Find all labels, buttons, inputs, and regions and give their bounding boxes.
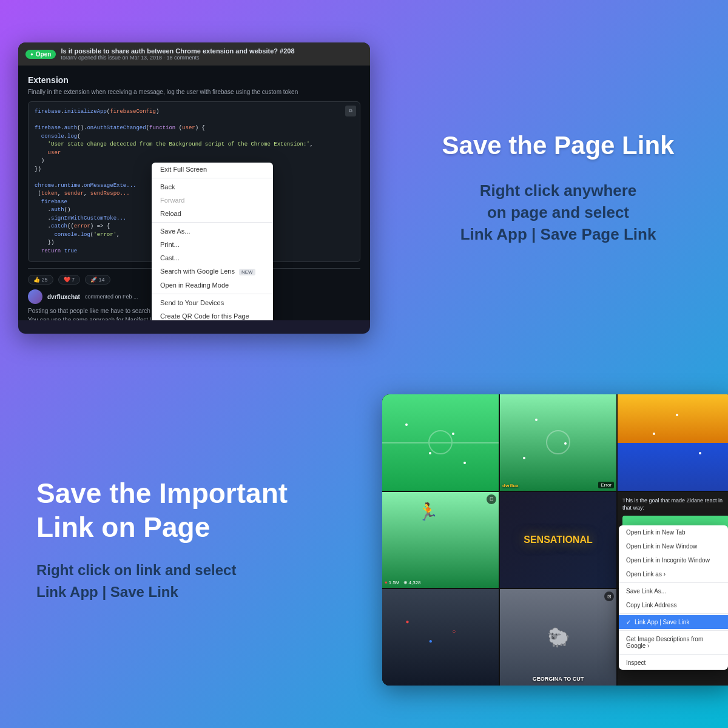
yt-ctx-copy-link[interactable]: Copy Link Address bbox=[619, 598, 728, 612]
sensational-text: SENSATIONAL bbox=[524, 534, 592, 545]
thumb-2-label: dvrflux bbox=[502, 483, 519, 488]
comment-time: commented on Feb ... bbox=[85, 294, 138, 300]
extension-title: Extension bbox=[28, 75, 360, 85]
extension-desc: Finally in the extension when receiving … bbox=[28, 89, 360, 95]
instruction-link-app: Link App | Save Link bbox=[36, 584, 178, 600]
video-thumb-3[interactable] bbox=[618, 394, 728, 491]
ctx-forward[interactable]: Forward bbox=[152, 194, 273, 207]
video-thumb-2[interactable]: dvrflux Error bbox=[500, 394, 616, 491]
youtube-context-menu: Open Link in New Tab Open Link in New Wi… bbox=[619, 525, 728, 670]
ctx-back[interactable]: Back bbox=[152, 180, 273, 194]
instruction-line2: on page and select bbox=[487, 203, 629, 221]
georgina-label: GEORGINA TO CUT bbox=[533, 676, 584, 682]
reaction-heart[interactable]: ❤️ 7 bbox=[58, 275, 81, 285]
stat-views: ⊕ 4,328 bbox=[403, 580, 421, 585]
heading-line1: Save the Important bbox=[36, 477, 288, 509]
browser-bar: Open Is it possible to share auth betwee… bbox=[18, 42, 370, 66]
ctx-qr-code[interactable]: Create QR Code for this Page bbox=[152, 309, 273, 320]
ctx-save-as[interactable]: Save As... bbox=[152, 224, 273, 238]
save-link-instructions: Right click on link and select Link App … bbox=[36, 559, 236, 603]
yt-ctx-sep-1 bbox=[619, 582, 728, 583]
reaction-rocket[interactable]: 🚀 14 bbox=[85, 275, 110, 285]
ctx-reading-mode[interactable]: Open in Reading Mode bbox=[152, 278, 273, 292]
instruction-line1: Right click anywhere bbox=[480, 181, 637, 200]
video-thumb-1[interactable] bbox=[382, 394, 499, 491]
stats-bar: ♥ 1.5M ⊕ 4,328 bbox=[385, 580, 421, 585]
yt-ctx-image-descriptions[interactable]: Get Image Descriptions from Google bbox=[619, 632, 728, 653]
error-label: Error bbox=[598, 482, 614, 488]
video-thumb-georgina[interactable]: ⊡ 🐑 GEORGINA TO CUT bbox=[500, 589, 616, 686]
ctx-send-devices[interactable]: Send to Your Devices bbox=[152, 296, 273, 309]
ctx-exit-fullscreen[interactable]: Exit Full Screen bbox=[152, 163, 273, 176]
youtube-window: dvrflux Error 🏃 ⊡ ♥ 1.5M bbox=[382, 394, 728, 686]
reaction-caption: This is the goal that made Zidane react … bbox=[622, 497, 728, 512]
yt-ctx-save-link-as[interactable]: Save Link As... bbox=[619, 584, 728, 598]
save-page-link-section: Save the Page Link Right click anywhere … bbox=[382, 18, 728, 358]
youtube-screenshot-section: dvrflux Error 🏃 ⊡ ♥ 1.5M bbox=[382, 370, 728, 710]
copy-button[interactable]: ⧉ bbox=[345, 106, 356, 116]
yt-ctx-sep-2 bbox=[619, 613, 728, 614]
ctx-print[interactable]: Print... bbox=[152, 238, 273, 251]
ctx-reload[interactable]: Reload bbox=[152, 207, 273, 220]
ctx-separator-2 bbox=[152, 222, 273, 223]
commenter-avatar bbox=[28, 289, 42, 304]
stat-hearts: ♥ 1.5M bbox=[385, 580, 400, 585]
commenter-name: dvrfluxchat bbox=[47, 294, 80, 300]
ctx-separator-3 bbox=[152, 294, 273, 294]
video-thumb-ronaldo[interactable]: 🏃 ⊡ ♥ 1.5M ⊕ 4,328 bbox=[382, 492, 499, 588]
ctx-cast[interactable]: Cast... bbox=[152, 251, 273, 265]
video-thumb-sensational[interactable]: SENSATIONAL bbox=[500, 492, 616, 588]
yt-ctx-new-window[interactable]: Open Link in New Window bbox=[619, 539, 728, 553]
thumb-icon-georgina: ⊡ bbox=[604, 592, 614, 601]
save-page-link-instructions: Right click anywhere on page and select … bbox=[460, 180, 656, 246]
ctx-separator-1 bbox=[152, 178, 273, 178]
save-page-link-heading: Save the Page Link bbox=[442, 130, 675, 161]
yt-ctx-sep-4 bbox=[619, 654, 728, 655]
save-important-link-section: Save the Important Link on Page Right cl… bbox=[18, 370, 370, 710]
yt-ctx-link-app-save-link[interactable]: Link App | Save Link bbox=[619, 615, 728, 629]
issue-meta: torarrv opened this issue on Mar 13, 201… bbox=[61, 55, 294, 61]
browser-screenshot-section: Open Is it possible to share auth betwee… bbox=[18, 18, 370, 358]
yt-ctx-open-as[interactable]: Open Link as bbox=[619, 567, 728, 581]
reaction-thumbs[interactable]: 👍 25 bbox=[28, 275, 53, 285]
ctx-google-lens[interactable]: Search with Google Lens NEW bbox=[152, 265, 273, 278]
browser-content: Extension Finally in the extension when … bbox=[18, 66, 370, 320]
yt-ctx-sep-3 bbox=[619, 630, 728, 631]
save-important-link-heading: Save the Important Link on Page bbox=[36, 477, 288, 544]
thumb-icon-ronaldo: ⊡ bbox=[487, 494, 496, 504]
instruction-line3: Link App | Save Page Link bbox=[460, 225, 656, 243]
browser-context-menu: Exit Full Screen Back Forward Reload Sav… bbox=[152, 163, 273, 320]
instruction-right-click: Right click on link and select bbox=[36, 562, 236, 578]
yt-ctx-new-tab[interactable]: Open Link in New Tab bbox=[619, 525, 728, 539]
open-badge: Open bbox=[25, 50, 56, 59]
browser-window: Open Is it possible to share auth betwee… bbox=[18, 42, 370, 334]
video-thumb-dark[interactable]: ● ● ○ bbox=[382, 589, 499, 686]
heading-line2: Link on Page bbox=[36, 511, 210, 543]
yt-ctx-incognito[interactable]: Open Link in Incognito Window bbox=[619, 553, 728, 567]
yt-ctx-inspect[interactable]: Inspect bbox=[619, 656, 728, 670]
issue-title: Is it possible to share auth between Chr… bbox=[61, 47, 294, 55]
